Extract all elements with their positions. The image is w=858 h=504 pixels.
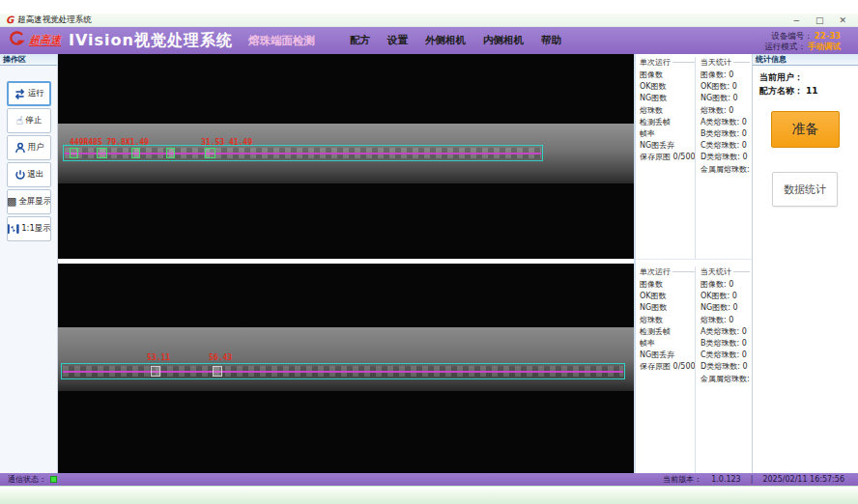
window-title: 超高速视觉处理系统 [17, 14, 92, 26]
status-bar: 通信状态： 当前版本： 1.0.123 | 2025/02/11 16:57:5… [0, 473, 858, 486]
hand-icon: ☝ [16, 115, 23, 126]
sync-icon [14, 88, 26, 100]
stat-label: 检测丢帧 [640, 117, 695, 128]
camera1-annotation: 31.53 41.49 [201, 138, 252, 147]
stat-value: C类熔珠数: 0 [701, 350, 750, 361]
brand-name: 超高速 [29, 35, 61, 46]
brand-logo-icon [10, 31, 25, 50]
menu-item-recipe[interactable]: 配方 [350, 34, 370, 47]
stat-value: 金属屑熔珠数: 0 [701, 374, 750, 385]
camera-area: 449R485 79.8X1.49 31.53 41.49 53.11 56.4… [58, 54, 634, 473]
app-title: IVision视觉处理系统 [69, 31, 233, 51]
minimize-button[interactable]: − [792, 15, 800, 25]
comm-status-label: 通信状态： [8, 474, 46, 485]
stat-label: 图像数 [640, 70, 695, 81]
prepare-button[interactable]: 准备 [771, 111, 840, 148]
window-controls: − □ ✕ [792, 15, 852, 25]
inner-camera-view: 53.11 56.43 [58, 264, 634, 473]
today-stats-title: 当天统计 [701, 266, 731, 277]
maximize-button[interactable]: □ [815, 15, 824, 25]
titlebar: G 超高速视觉处理系统 − □ ✕ [0, 14, 858, 27]
fullscreen-button-label: 全屏显示 [18, 196, 51, 208]
camera1-annotation: 449R485 79.8X1.49 [70, 138, 149, 147]
run-mode-value: 手动调试 [808, 42, 841, 51]
camera2-annotation: 56.43 [209, 353, 232, 362]
defect-box [131, 148, 140, 158]
stat-value: A类熔珠数: 0 [701, 117, 750, 128]
user-button[interactable]: 用户 [7, 135, 51, 160]
stat-value: D类熔珠数: 0 [701, 361, 750, 373]
menu-item-help[interactable]: 帮助 [541, 34, 561, 47]
menu-item-settings[interactable]: 设置 [387, 34, 408, 47]
brand: 超高速 IVision视觉处理系统 熔珠端面检测 [10, 31, 315, 51]
defect-box [166, 148, 175, 158]
camera2-roi-rect [61, 363, 625, 379]
status-separator: | [751, 475, 754, 484]
stop-button-label: 停止 [25, 115, 42, 126]
camera2-stats-panel: 单次运行 图像数 OK图数 NG图数 熔珠数 检测丢帧 帧率 NG图丢弃 保存原… [636, 264, 752, 473]
run-mode-label: 运行模式： [765, 42, 807, 51]
one-to-one-icon [7, 223, 19, 235]
stat-value: C类熔珠数: 0 [701, 140, 750, 152]
header-status: 设备编号： 22-33 运行模式： 手动调试 [765, 31, 849, 51]
one-to-one-button-label: 1:1显示 [21, 223, 51, 235]
version-value: 1.0.123 [711, 475, 741, 484]
recipe-name-label: 配方名称： [759, 84, 803, 98]
stat-label: 图像数 [640, 279, 695, 291]
stat-value: D类熔珠数: 0 [701, 152, 750, 163]
device-number-value: 22-33 [815, 31, 841, 41]
defect-box [205, 148, 215, 158]
menu-item-inner-camera[interactable]: 内侧相机 [483, 34, 524, 47]
today-stats-title: 当天统计 [701, 57, 731, 68]
desktop-background-top [0, 0, 858, 14]
user-icon [14, 142, 26, 154]
camera1-stats-panel: 单次运行 图像数 OK图数 NG图数 熔珠数 检测丢帧 帧率 NG图丢弃 保存原… [636, 54, 752, 259]
power-icon [14, 169, 26, 181]
outer-camera-view: 449R485 79.8X1.49 31.53 41.49 [58, 54, 634, 259]
run-button[interactable]: 运行 [7, 81, 51, 106]
stat-value: A类熔珠数: 0 [701, 326, 750, 338]
run-button-label: 运行 [28, 88, 44, 99]
stop-button[interactable]: ☝ 停止 [7, 108, 51, 133]
stat-label: NG图数 [640, 93, 695, 104]
stat-label: 帧率 [640, 128, 695, 140]
menu-bar: 配方 设置 外侧相机 内侧相机 帮助 [350, 34, 561, 47]
stat-label: 保存原图 0/500 [640, 152, 695, 163]
defect-box [70, 148, 78, 158]
app-window: G 超高速视觉处理系统 − □ ✕ 超高速 IVision视觉处理系统 熔珠端面… [0, 0, 858, 504]
defect-box [97, 148, 107, 158]
stat-label: 熔珠数 [640, 315, 695, 326]
one-to-one-button[interactable]: 1:1显示 [7, 216, 51, 241]
stat-label: NG图数 [640, 302, 695, 314]
camera2-measure-line [63, 371, 623, 373]
fullscreen-button[interactable]: ▩ 全屏显示 [7, 189, 51, 214]
stat-value: 金属屑熔珠数: 0 [701, 164, 750, 176]
exit-button[interactable]: 退出 [7, 162, 51, 187]
datetime: 2025/02/11 16:57:56 [762, 475, 844, 484]
stat-value: B类熔珠数: 0 [701, 338, 750, 350]
stat-label: 帧率 [640, 338, 695, 350]
stat-value: OK图数: 0 [701, 81, 750, 93]
app-subtitle: 熔珠端面检测 [248, 34, 315, 48]
stat-label: 熔珠数 [640, 105, 695, 117]
current-user-label: 当前用户： [759, 70, 803, 84]
stat-label: 保存原图 0/500 [640, 361, 695, 373]
sidebar-title: 操作区 [0, 54, 57, 66]
stat-value: NG图数: 0 [701, 93, 750, 104]
close-button[interactable]: ✕ [839, 15, 846, 25]
stat-value: OK图数: 0 [701, 291, 750, 302]
single-run-title: 单次运行 [640, 266, 671, 277]
data-statistics-button[interactable]: 数据统计 [772, 172, 838, 207]
comm-status-led [50, 476, 57, 483]
menu-item-outer-camera[interactable]: 外侧相机 [425, 34, 466, 47]
statistics-column: 单次运行 图像数 OK图数 NG图数 熔珠数 检测丢帧 帧率 NG图丢弃 保存原… [634, 54, 752, 473]
stat-label: NG图丢弃 [640, 350, 695, 361]
sidebar-buttons: 运行 ☝ 停止 用户 [7, 81, 51, 241]
defect-box [151, 366, 160, 377]
info-panel: 统计信息 当前用户： 配方名称： 11 准备 数据统计 [752, 54, 858, 473]
stat-label: OK图数 [640, 291, 695, 302]
defect-box [213, 366, 222, 377]
stat-label: NG图丢弃 [640, 140, 695, 152]
user-button-label: 用户 [28, 142, 44, 154]
stat-value: 熔珠数: 0 [701, 105, 750, 117]
